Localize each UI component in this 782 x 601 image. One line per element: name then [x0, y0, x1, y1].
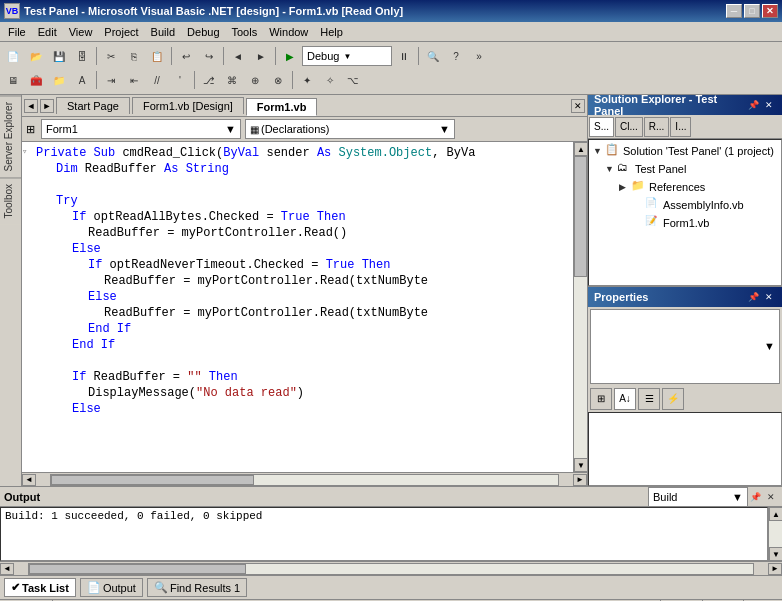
h-scroll-track[interactable] — [50, 474, 559, 486]
copy-button[interactable]: ⎘ — [123, 45, 145, 67]
server-exp-btn[interactable]: 🖥 — [2, 69, 24, 91]
scroll-track[interactable] — [574, 156, 587, 458]
tab-close-button[interactable]: ✕ — [571, 99, 585, 113]
output-source-dropdown[interactable]: Build ▼ — [648, 487, 748, 507]
props-pins[interactable]: 📌 ✕ — [746, 290, 776, 304]
output-content[interactable]: Build: 1 succeeded, 0 failed, 0 skipped — [0, 507, 768, 561]
tab-form-design[interactable]: Form1.vb [Design] — [132, 97, 244, 114]
uncomment-btn[interactable]: ' — [169, 69, 191, 91]
cut-button[interactable]: ✂ — [100, 45, 122, 67]
props-btn[interactable]: A — [71, 69, 93, 91]
toolbox-tab[interactable]: Toolbox — [0, 177, 21, 224]
menu-help[interactable]: Help — [314, 24, 349, 40]
tab-task-list[interactable]: ✔ Task List — [4, 578, 76, 597]
close-panel-button[interactable]: ✕ — [762, 98, 776, 112]
solution-tree[interactable]: ▼ 📋 Solution 'Test Panel' (1 project) ▼ … — [588, 139, 782, 286]
tab-class[interactable]: Cl... — [615, 117, 643, 137]
more-button[interactable]: » — [468, 45, 490, 67]
props-object-dropdown[interactable]: ▼ — [590, 309, 780, 384]
props-content[interactable] — [588, 412, 782, 487]
new-button[interactable]: 📄 — [2, 45, 24, 67]
paste-button[interactable]: 📋 — [146, 45, 168, 67]
menu-tools[interactable]: Tools — [226, 24, 264, 40]
indent-btn[interactable]: ⇥ — [100, 69, 122, 91]
tree-assemblyinfo[interactable]: 📄 AssemblyInfo.vb — [591, 196, 779, 214]
pause-button[interactable]: ⏸ — [393, 45, 415, 67]
expand-references[interactable]: ▶ — [619, 182, 631, 192]
maximize-button[interactable]: □ — [744, 4, 760, 18]
menu-window[interactable]: Window — [263, 24, 314, 40]
window-controls[interactable]: ─ □ ✕ — [726, 4, 778, 18]
play-button[interactable]: ▶ — [279, 45, 301, 67]
h-scroll-thumb[interactable] — [51, 475, 254, 485]
scroll-left-btn[interactable]: ◄ — [22, 474, 36, 486]
output-scroll-right[interactable]: ► — [768, 563, 782, 575]
close-button[interactable]: ✕ — [762, 4, 778, 18]
scroll-down-btn[interactable]: ▼ — [574, 458, 587, 472]
fmt-btn6[interactable]: ✧ — [319, 69, 341, 91]
props-categorize-btn[interactable]: ⊞ — [590, 388, 612, 410]
pin-button[interactable]: 📌 — [746, 98, 760, 112]
tree-form1[interactable]: 📝 Form1.vb — [591, 214, 779, 232]
output-scroll-down[interactable]: ▼ — [769, 547, 782, 561]
tree-project[interactable]: ▼ 🗂 Test Panel — [591, 160, 779, 178]
nav-forward[interactable]: ► — [250, 45, 272, 67]
tab-nav-right[interactable]: ► — [40, 99, 54, 113]
minimize-button[interactable]: ─ — [726, 4, 742, 18]
toolbox-btn[interactable]: 🧰 — [25, 69, 47, 91]
output-scroll-track[interactable] — [769, 521, 782, 547]
outdent-btn[interactable]: ⇤ — [123, 69, 145, 91]
menu-build[interactable]: Build — [145, 24, 181, 40]
save-button[interactable]: 💾 — [48, 45, 70, 67]
expand-solution[interactable]: ▼ — [593, 146, 605, 156]
fmt-btn3[interactable]: ⊕ — [244, 69, 266, 91]
server-explorer-tab[interactable]: Server Explorer — [0, 95, 21, 177]
output-h-scrollbar[interactable]: ◄ ► — [0, 561, 782, 575]
tab-output[interactable]: 📄 Output — [80, 578, 143, 597]
fmt-btn5[interactable]: ✦ — [296, 69, 318, 91]
scroll-right-btn[interactable]: ► — [573, 474, 587, 486]
tab-nav-left[interactable]: ◄ — [24, 99, 38, 113]
menu-file[interactable]: File — [2, 24, 32, 40]
output-scroll-left[interactable]: ◄ — [0, 563, 14, 575]
search-button[interactable]: 🔍 — [422, 45, 444, 67]
output-pins[interactable]: 📌 ✕ — [748, 490, 778, 504]
menu-project[interactable]: Project — [98, 24, 144, 40]
tab-index[interactable]: I... — [670, 117, 691, 137]
fmt-btn4[interactable]: ⊗ — [267, 69, 289, 91]
vertical-scrollbar[interactable]: ▲ ▼ — [573, 142, 587, 472]
output-h-track[interactable] — [28, 563, 754, 575]
expand-icon[interactable]: ▿ — [22, 146, 36, 162]
output-pin-button[interactable]: 📌 — [748, 490, 762, 504]
tab-find-results[interactable]: 🔍 Find Results 1 — [147, 578, 247, 597]
undo-button[interactable]: ↩ — [175, 45, 197, 67]
tab-form-code[interactable]: Form1.vb — [246, 98, 318, 116]
scroll-up-btn[interactable]: ▲ — [574, 142, 587, 156]
props-props-btn[interactable]: ☰ — [638, 388, 660, 410]
code-view[interactable]: ▿ Private Sub cmdRead_Click(ByVal sender… — [22, 142, 573, 472]
menu-debug[interactable]: Debug — [181, 24, 225, 40]
save-all-button[interactable]: 🗄 — [71, 45, 93, 67]
procedure-dropdown[interactable]: ▦ (Declarations) ▼ — [245, 119, 455, 139]
object-dropdown[interactable]: Form1 ▼ — [41, 119, 241, 139]
nav-back[interactable]: ◄ — [227, 45, 249, 67]
menu-edit[interactable]: Edit — [32, 24, 63, 40]
fmt-btn7[interactable]: ⌥ — [342, 69, 364, 91]
output-v-scrollbar[interactable]: ▲ ▼ — [768, 507, 782, 561]
props-close-button[interactable]: ✕ — [762, 290, 776, 304]
h-scrollbar-editor[interactable]: ◄ ► — [22, 472, 587, 486]
help-button[interactable]: ? — [445, 45, 467, 67]
tab-start-page[interactable]: Start Page — [56, 97, 130, 114]
expand-project[interactable]: ▼ — [605, 164, 617, 174]
sol-exp-btn[interactable]: 📁 — [48, 69, 70, 91]
props-pin-button[interactable]: 📌 — [746, 290, 760, 304]
scroll-thumb[interactable] — [574, 156, 587, 277]
output-close-button[interactable]: ✕ — [764, 490, 778, 504]
output-h-thumb[interactable] — [29, 564, 246, 574]
props-events-btn[interactable]: ⚡ — [662, 388, 684, 410]
fmt-btn2[interactable]: ⌘ — [221, 69, 243, 91]
comment-btn[interactable]: // — [146, 69, 168, 91]
tab-solution[interactable]: S... — [589, 117, 614, 137]
redo-button[interactable]: ↪ — [198, 45, 220, 67]
open-button[interactable]: 📂 — [25, 45, 47, 67]
